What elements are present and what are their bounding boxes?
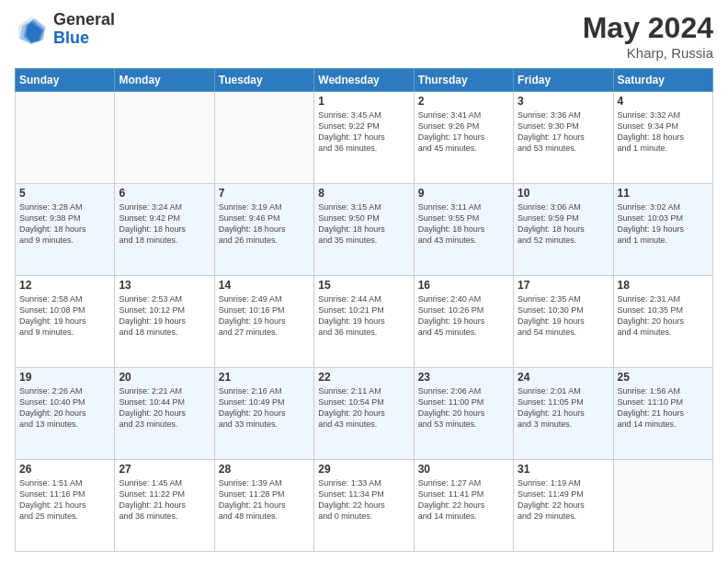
day-number: 1 <box>318 95 409 108</box>
day-info: Sunrise: 1:27 AM Sunset: 11:41 PM Daylig… <box>418 477 509 523</box>
day-info: Sunrise: 2:40 AM Sunset: 10:26 PM Daylig… <box>418 293 509 339</box>
calendar-cell-3-0: 19Sunrise: 2:26 AM Sunset: 10:40 PM Dayl… <box>16 368 115 460</box>
week-row-2: 5Sunrise: 3:28 AM Sunset: 9:38 PM Daylig… <box>16 184 713 276</box>
calendar-cell-1-1: 6Sunrise: 3:24 AM Sunset: 9:42 PM Daylig… <box>115 184 214 276</box>
day-info: Sunrise: 2:31 AM Sunset: 10:35 PM Daylig… <box>618 293 709 339</box>
day-number: 9 <box>418 187 509 200</box>
calendar-cell-4-2: 28Sunrise: 1:39 AM Sunset: 11:28 PM Dayl… <box>214 460 313 552</box>
day-number: 17 <box>518 279 609 292</box>
day-number: 30 <box>418 463 509 476</box>
calendar-cell-2-6: 18Sunrise: 2:31 AM Sunset: 10:35 PM Dayl… <box>613 276 712 368</box>
day-number: 2 <box>418 95 509 108</box>
day-number: 19 <box>19 371 110 384</box>
day-info: Sunrise: 3:19 AM Sunset: 9:46 PM Dayligh… <box>219 201 310 247</box>
calendar-cell-2-4: 16Sunrise: 2:40 AM Sunset: 10:26 PM Dayl… <box>414 276 513 368</box>
day-number: 25 <box>618 371 709 384</box>
day-number: 3 <box>518 95 609 108</box>
col-sunday: Sunday <box>16 69 115 92</box>
day-number: 18 <box>618 279 709 292</box>
calendar-cell-0-5: 3Sunrise: 3:36 AM Sunset: 9:30 PM Daylig… <box>514 92 613 184</box>
location: Kharp, Russia <box>583 45 713 61</box>
day-info: Sunrise: 1:51 AM Sunset: 11:16 PM Daylig… <box>19 477 110 523</box>
day-number: 23 <box>418 371 509 384</box>
calendar-cell-4-4: 30Sunrise: 1:27 AM Sunset: 11:41 PM Dayl… <box>414 460 513 552</box>
calendar-cell-0-1 <box>115 92 214 184</box>
calendar-cell-1-3: 8Sunrise: 3:15 AM Sunset: 9:50 PM Daylig… <box>314 184 414 276</box>
day-info: Sunrise: 3:41 AM Sunset: 9:26 PM Dayligh… <box>418 109 509 155</box>
col-saturday: Saturday <box>613 69 712 92</box>
calendar-cell-1-2: 7Sunrise: 3:19 AM Sunset: 9:46 PM Daylig… <box>214 184 313 276</box>
calendar-cell-2-3: 15Sunrise: 2:44 AM Sunset: 10:21 PM Dayl… <box>314 276 414 368</box>
calendar-cell-2-0: 12Sunrise: 2:58 AM Sunset: 10:08 PM Dayl… <box>16 276 115 368</box>
day-number: 4 <box>618 95 709 108</box>
calendar-table: Sunday Monday Tuesday Wednesday Thursday… <box>15 68 713 552</box>
day-number: 26 <box>19 463 110 476</box>
calendar-cell-0-4: 2Sunrise: 3:41 AM Sunset: 9:26 PM Daylig… <box>414 92 513 184</box>
day-info: Sunrise: 1:45 AM Sunset: 11:22 PM Daylig… <box>119 477 210 523</box>
col-thursday: Thursday <box>414 69 513 92</box>
logo-text: General Blue <box>53 11 115 48</box>
day-number: 5 <box>19 187 110 200</box>
week-row-5: 26Sunrise: 1:51 AM Sunset: 11:16 PM Dayl… <box>16 460 713 552</box>
day-info: Sunrise: 3:24 AM Sunset: 9:42 PM Dayligh… <box>119 201 210 247</box>
col-monday: Monday <box>115 69 214 92</box>
day-info: Sunrise: 1:39 AM Sunset: 11:28 PM Daylig… <box>219 477 310 523</box>
day-number: 8 <box>318 187 409 200</box>
day-info: Sunrise: 2:11 AM Sunset: 10:54 PM Daylig… <box>318 385 409 431</box>
calendar-cell-4-6 <box>613 460 712 552</box>
calendar-cell-3-3: 22Sunrise: 2:11 AM Sunset: 10:54 PM Dayl… <box>314 368 414 460</box>
calendar-cell-3-4: 23Sunrise: 2:06 AM Sunset: 11:00 PM Dayl… <box>414 368 513 460</box>
calendar-cell-2-5: 17Sunrise: 2:35 AM Sunset: 10:30 PM Dayl… <box>514 276 613 368</box>
week-row-3: 12Sunrise: 2:58 AM Sunset: 10:08 PM Dayl… <box>16 276 713 368</box>
day-info: Sunrise: 2:06 AM Sunset: 11:00 PM Daylig… <box>418 385 509 431</box>
week-row-4: 19Sunrise: 2:26 AM Sunset: 10:40 PM Dayl… <box>16 368 713 460</box>
calendar-cell-0-0 <box>16 92 115 184</box>
calendar-cell-1-5: 10Sunrise: 3:06 AM Sunset: 9:59 PM Dayli… <box>514 184 613 276</box>
day-info: Sunrise: 2:53 AM Sunset: 10:12 PM Daylig… <box>119 293 210 339</box>
calendar-cell-3-2: 21Sunrise: 2:16 AM Sunset: 10:49 PM Dayl… <box>214 368 313 460</box>
calendar-cell-4-3: 29Sunrise: 1:33 AM Sunset: 11:34 PM Dayl… <box>314 460 414 552</box>
logo-blue-text: Blue <box>53 29 115 48</box>
title-block: May 2024 Kharp, Russia <box>583 11 713 61</box>
day-number: 7 <box>219 187 310 200</box>
page: General Blue May 2024 Kharp, Russia Sund… <box>0 0 728 563</box>
calendar-cell-3-5: 24Sunrise: 2:01 AM Sunset: 11:05 PM Dayl… <box>514 368 613 460</box>
day-info: Sunrise: 2:35 AM Sunset: 10:30 PM Daylig… <box>518 293 609 339</box>
day-info: Sunrise: 2:01 AM Sunset: 11:05 PM Daylig… <box>518 385 609 431</box>
day-number: 11 <box>618 187 709 200</box>
calendar-cell-4-0: 26Sunrise: 1:51 AM Sunset: 11:16 PM Dayl… <box>16 460 115 552</box>
day-number: 12 <box>19 279 110 292</box>
calendar-cell-0-3: 1Sunrise: 3:45 AM Sunset: 9:22 PM Daylig… <box>314 92 414 184</box>
day-info: Sunrise: 3:45 AM Sunset: 9:22 PM Dayligh… <box>318 109 409 155</box>
day-info: Sunrise: 2:16 AM Sunset: 10:49 PM Daylig… <box>219 385 310 431</box>
calendar-header-row: Sunday Monday Tuesday Wednesday Thursday… <box>16 69 713 92</box>
day-number: 29 <box>318 463 409 476</box>
day-info: Sunrise: 2:49 AM Sunset: 10:16 PM Daylig… <box>219 293 310 339</box>
header: General Blue May 2024 Kharp, Russia <box>15 11 713 61</box>
calendar-cell-4-1: 27Sunrise: 1:45 AM Sunset: 11:22 PM Dayl… <box>115 460 214 552</box>
day-info: Sunrise: 1:33 AM Sunset: 11:34 PM Daylig… <box>318 477 409 523</box>
day-info: Sunrise: 3:06 AM Sunset: 9:59 PM Dayligh… <box>518 201 609 247</box>
calendar-cell-3-1: 20Sunrise: 2:21 AM Sunset: 10:44 PM Dayl… <box>115 368 214 460</box>
day-number: 13 <box>119 279 210 292</box>
day-info: Sunrise: 2:58 AM Sunset: 10:08 PM Daylig… <box>19 293 110 339</box>
day-number: 16 <box>418 279 509 292</box>
day-info: Sunrise: 3:11 AM Sunset: 9:55 PM Dayligh… <box>418 201 509 247</box>
day-number: 6 <box>119 187 210 200</box>
day-info: Sunrise: 3:28 AM Sunset: 9:38 PM Dayligh… <box>19 201 110 247</box>
day-number: 31 <box>518 463 609 476</box>
calendar-cell-2-2: 14Sunrise: 2:49 AM Sunset: 10:16 PM Dayl… <box>214 276 313 368</box>
calendar-cell-1-4: 9Sunrise: 3:11 AM Sunset: 9:55 PM Daylig… <box>414 184 513 276</box>
day-info: Sunrise: 1:56 AM Sunset: 11:10 PM Daylig… <box>618 385 709 431</box>
day-number: 28 <box>219 463 310 476</box>
calendar-cell-0-6: 4Sunrise: 3:32 AM Sunset: 9:34 PM Daylig… <box>613 92 712 184</box>
logo-general-text: General <box>53 11 115 29</box>
day-info: Sunrise: 1:19 AM Sunset: 11:49 PM Daylig… <box>518 477 609 523</box>
calendar-cell-1-0: 5Sunrise: 3:28 AM Sunset: 9:38 PM Daylig… <box>16 184 115 276</box>
calendar-cell-1-6: 11Sunrise: 3:02 AM Sunset: 10:03 PM Dayl… <box>613 184 712 276</box>
day-info: Sunrise: 3:36 AM Sunset: 9:30 PM Dayligh… <box>518 109 609 155</box>
col-tuesday: Tuesday <box>214 69 313 92</box>
day-number: 22 <box>318 371 409 384</box>
calendar-cell-4-5: 31Sunrise: 1:19 AM Sunset: 11:49 PM Dayl… <box>514 460 613 552</box>
day-info: Sunrise: 3:32 AM Sunset: 9:34 PM Dayligh… <box>618 109 709 155</box>
